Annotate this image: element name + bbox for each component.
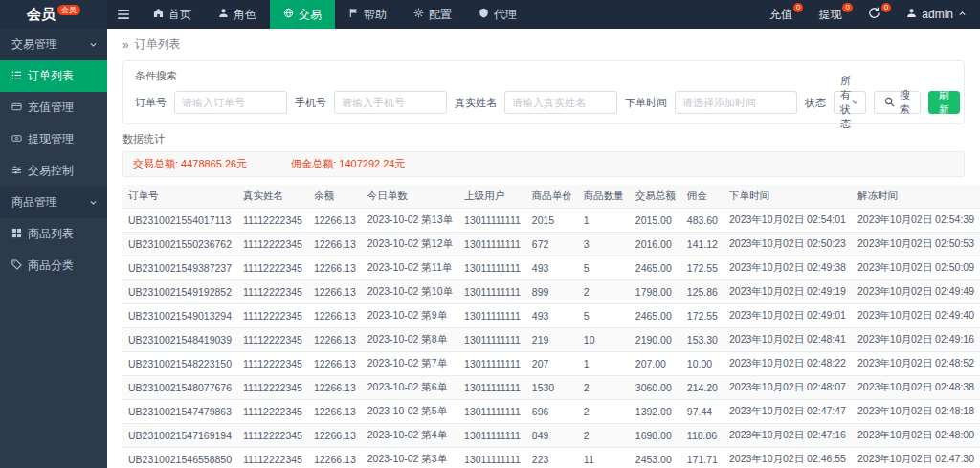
- home-icon: [153, 8, 164, 21]
- table-row: UB23100215484190391111222234512266.13202…: [122, 328, 980, 352]
- cell-real_name: 11112222345: [237, 328, 308, 352]
- nav-label: 首页: [168, 7, 191, 23]
- cell-unit_price: 672: [526, 233, 578, 256]
- search-form: 订单号 手机号 真实姓名 下单时间 状态 所有状态 搜 索: [135, 91, 952, 114]
- cell-order_no: UB2310021549013294: [122, 304, 237, 328]
- logo-text: 会员: [27, 6, 56, 24]
- cell-unit_price: 207: [526, 352, 578, 376]
- column-header-total: 交易总额: [630, 185, 681, 209]
- sidebar-item-label: 订单列表: [28, 68, 74, 84]
- cell-unit_price: 899: [526, 280, 578, 304]
- status-label: 状态: [805, 96, 826, 110]
- recharge-badge: 0: [793, 3, 803, 12]
- cash-icon: [11, 133, 22, 146]
- cell-balance: 12266.13: [308, 400, 362, 424]
- grid-icon: [11, 228, 22, 241]
- nav-item-trade[interactable]: 交易: [270, 0, 335, 29]
- status-select[interactable]: 所有状态: [834, 91, 866, 114]
- order-no-input[interactable]: [174, 91, 287, 114]
- user-icon: [906, 8, 917, 21]
- cell-unfreeze_time: 2023年10月02日 02:50:09: [852, 256, 980, 280]
- table-row: UB23100215471691941111222234512266.13202…: [122, 424, 980, 448]
- cell-unfreeze_time: 2023年10月02日 02:49:16: [852, 328, 980, 352]
- cell-order_no: UB2310021549387237: [122, 256, 237, 280]
- orders-table-body: UB23100215540171131111222234512266.13202…: [122, 209, 980, 468]
- column-header-quantity: 商品数量: [578, 185, 630, 209]
- cell-real_name: 11112222345: [237, 448, 308, 468]
- nav-item-agent[interactable]: 代理: [465, 0, 530, 29]
- nav-item-roles[interactable]: 角色: [205, 0, 270, 29]
- cell-order_time: 2023年10月02日 02:50:23: [724, 233, 852, 256]
- cell-today_count: 2023-10-02 第9单: [362, 304, 458, 328]
- table-row: UB23100215474798631111222234512266.13202…: [122, 400, 980, 424]
- sidebar-section-trade-management[interactable]: 交易管理: [0, 29, 107, 60]
- column-header-real_name: 真实姓名: [237, 185, 308, 209]
- cell-today_count: 2023-10-02 第4单: [362, 424, 458, 448]
- shield-icon: [479, 8, 489, 21]
- cell-unit_price: 849: [526, 424, 578, 448]
- tag-icon: [11, 259, 22, 273]
- sidebar-item-withdraw-management[interactable]: 提现管理: [0, 123, 107, 155]
- cell-real_name: 11112222345: [237, 280, 308, 304]
- sidebar-section-product-management[interactable]: 商品管理: [0, 187, 107, 218]
- breadcrumb-icon: »: [122, 38, 129, 52]
- globe-icon: [283, 8, 294, 21]
- cell-real_name: 11112222345: [237, 256, 308, 280]
- cell-order_time: 2023年10月02日 02:48:41: [724, 328, 852, 352]
- commission-total: 佣金总额: 1407292.24元: [291, 157, 405, 171]
- search-button-label: 搜 索: [900, 88, 910, 117]
- table-row: UB23100215493872371111222234512266.13202…: [122, 256, 980, 280]
- section-label: 交易管理: [11, 36, 57, 53]
- sidebar-item-label: 商品列表: [28, 226, 74, 242]
- main-content: » 订单列表 条件搜索 订单号 手机号 真实姓名 下单时间 状态 所有状: [107, 29, 980, 468]
- phone-input[interactable]: [334, 91, 447, 114]
- table-row: UB23100215480776761111222234512266.13202…: [122, 376, 980, 400]
- cell-real_name: 11112222345: [237, 209, 308, 233]
- flag-icon: [348, 8, 359, 21]
- user-menu[interactable]: admin: [906, 8, 967, 21]
- username: admin: [922, 8, 953, 21]
- cell-order_no: UB2310021547479863: [122, 400, 237, 424]
- cell-parent_user: 13011111111: [458, 352, 526, 376]
- sidebar-item-trade-control[interactable]: 交易控制: [0, 155, 107, 187]
- cell-unit_price: 1530: [526, 376, 578, 400]
- search-button[interactable]: 搜 索: [874, 91, 921, 114]
- cell-order_no: UB2310021554017113: [122, 209, 237, 233]
- sidebar-item-product-list[interactable]: 商品列表: [0, 218, 107, 250]
- cell-balance: 12266.13: [308, 328, 362, 352]
- sidebar-item-product-category[interactable]: 商品分类: [0, 250, 107, 281]
- cell-total: 3060.00: [630, 376, 681, 400]
- breadcrumb: » 订单列表: [107, 29, 980, 58]
- order-time-input[interactable]: [675, 91, 797, 114]
- cell-parent_user: 13011111111: [458, 376, 526, 400]
- real-name-input[interactable]: [504, 91, 617, 114]
- cell-order_no: UB2310021549192852: [122, 280, 237, 304]
- sidebar-item-recharge-management[interactable]: 充值管理: [0, 92, 107, 123]
- cell-order_time: 2023年10月02日 02:47:16: [724, 424, 852, 448]
- sidebar-item-order-list[interactable]: 订单列表: [0, 60, 107, 92]
- nav-item-help[interactable]: 帮助: [335, 0, 400, 29]
- recharge-link[interactable]: 充值 0: [769, 7, 803, 23]
- refresh-list-button[interactable]: 刷新: [928, 91, 960, 114]
- cell-parent_user: 13011111111: [458, 209, 526, 233]
- nav-item-config[interactable]: 配置: [400, 0, 465, 29]
- cell-order_time: 2023年10月02日 02:48:22: [724, 352, 852, 376]
- cell-total: 2016.00: [630, 233, 681, 256]
- cell-today_count: 2023-10-02 第13单: [362, 209, 458, 233]
- cell-quantity: 5: [578, 256, 630, 280]
- cell-balance: 12266.13: [308, 376, 362, 400]
- cell-total: 2015.00: [630, 209, 681, 233]
- withdraw-link[interactable]: 提现 0: [818, 7, 852, 23]
- cell-parent_user: 13011111111: [458, 328, 526, 352]
- nav-item-home[interactable]: 首页: [140, 0, 205, 29]
- chevron-down-icon: [89, 196, 98, 210]
- refresh-icon: [868, 7, 880, 22]
- refresh-button[interactable]: 0: [868, 7, 891, 22]
- cell-unfreeze_time: 2023年10月02日 02:50:53: [852, 233, 980, 256]
- cell-order_time: 2023年10月02日 02:54:01: [724, 209, 852, 233]
- cell-balance: 12266.13: [308, 280, 362, 304]
- menu-toggle-icon[interactable]: [107, 8, 140, 21]
- cell-order_no: UB2310021550236762: [122, 233, 237, 256]
- cell-quantity: 2: [578, 280, 630, 304]
- cell-total: 1698.00: [630, 424, 681, 448]
